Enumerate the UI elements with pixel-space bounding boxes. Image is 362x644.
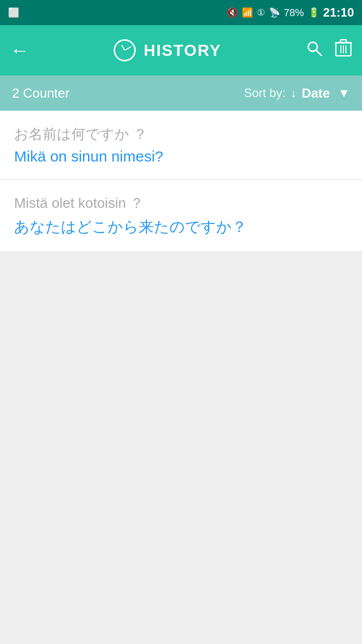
- history-list: お名前は何ですか ？ Mikä on sinun nimesi? Mistä o…: [0, 111, 362, 644]
- signal-icon: 📡: [269, 7, 280, 18]
- clock-icon: [114, 39, 136, 61]
- dropdown-icon[interactable]: ▼: [338, 86, 350, 100]
- mute-icon: 🔇: [227, 7, 238, 18]
- svg-line-1: [316, 50, 321, 55]
- sort-value: Date: [302, 86, 330, 101]
- history-source-1: お名前は何ですか ？: [14, 125, 348, 144]
- sim-icon: ①: [257, 7, 265, 18]
- status-bar: ⬜ 🔇 📶 ① 📡 78% 🔋 21:10: [0, 0, 362, 25]
- sort-controls[interactable]: Sort by: ↓ Date ▼: [244, 86, 350, 101]
- counter-label: 2 Counter: [12, 86, 244, 101]
- app-bar: ← HISTORY: [0, 25, 362, 75]
- status-right: 🔇 📶 ① 📡 78% 🔋 21:10: [227, 6, 354, 20]
- svg-rect-4: [340, 40, 346, 43]
- back-button[interactable]: ←: [10, 40, 29, 61]
- status-time: 21:10: [323, 6, 354, 20]
- history-translation-1: Mikä on sinun nimesi?: [14, 148, 348, 165]
- history-item-2[interactable]: Mistä olet kotoisin ？ あなたはどこから来たのですか？: [0, 180, 362, 252]
- history-item-1[interactable]: お名前は何ですか ？ Mikä on sinun nimesi?: [0, 111, 362, 180]
- history-translation-2: あなたはどこから来たのですか？: [14, 217, 348, 237]
- delete-icon[interactable]: [335, 39, 352, 62]
- page-title: HISTORY: [144, 41, 221, 60]
- history-source-2: Mistä olet kotoisin ？: [14, 194, 348, 213]
- wifi-icon: 📶: [242, 7, 253, 18]
- sort-by-label: Sort by:: [244, 86, 286, 100]
- app-bar-title-group: HISTORY: [37, 39, 298, 61]
- sort-direction-icon: ↓: [291, 86, 297, 100]
- clock-minute-hand: [124, 46, 131, 51]
- filter-bar: 2 Counter Sort by: ↓ Date ▼: [0, 75, 362, 111]
- screen-icon: ⬜: [8, 7, 19, 18]
- status-icons: ⬜: [8, 7, 19, 18]
- search-icon[interactable]: [306, 40, 323, 61]
- battery-label: 78%: [284, 7, 304, 19]
- app-bar-actions: [306, 39, 352, 62]
- battery-icon: 🔋: [308, 7, 319, 18]
